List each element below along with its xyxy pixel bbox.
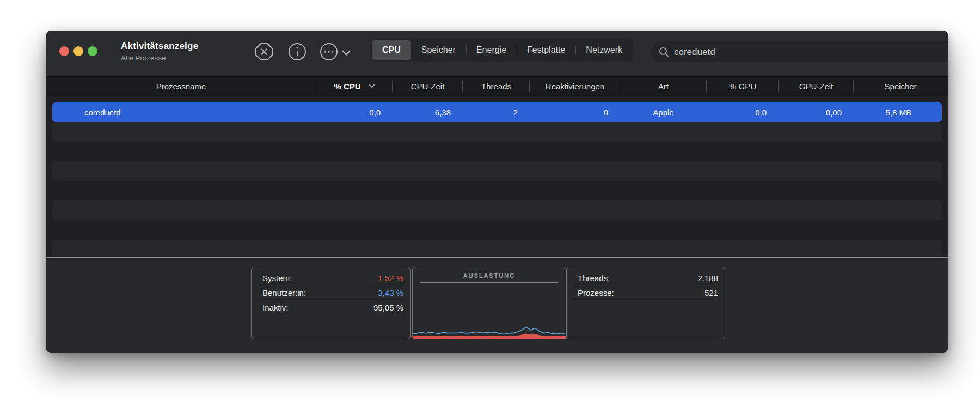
search-field bbox=[652, 42, 948, 62]
column-header-reaktivierungen[interactable]: Reaktivierungen bbox=[530, 77, 620, 95]
window-subtitle: Alle Prozesse bbox=[121, 54, 166, 62]
table-row-coreduetd[interactable]: coreduetd 0,0 6,38 2 0 Apple 0,0 0,00 5,… bbox=[52, 102, 942, 122]
cpu-usage-graph-box: AUSLASTUNG bbox=[412, 267, 566, 339]
empty-row-stripe bbox=[52, 200, 942, 220]
cell-cpu-zeit: 6,38 bbox=[393, 108, 463, 117]
column-header-cpu-zeit[interactable]: CPU-Zeit bbox=[393, 77, 463, 95]
idle-label: Inaktiv: bbox=[262, 303, 289, 312]
info-circle-icon bbox=[287, 42, 307, 62]
cell-gpu-zeit: 0,00 bbox=[779, 108, 854, 117]
empty-row-stripe bbox=[52, 122, 942, 142]
empty-row bbox=[52, 142, 942, 161]
column-header-art[interactable]: Art bbox=[620, 77, 707, 95]
user-label: Benutzer:in: bbox=[262, 288, 306, 297]
activity-monitor-window: Aktivitätsanzeige Alle Prozesse bbox=[46, 31, 948, 353]
cell-cpu: 0,0 bbox=[316, 108, 393, 117]
more-options-button[interactable] bbox=[319, 42, 339, 62]
threads-value: 2.188 bbox=[697, 273, 718, 283]
threads-label: Threads: bbox=[578, 273, 610, 283]
tab-speicher[interactable]: Speicher bbox=[411, 40, 466, 60]
column-header-speicher[interactable]: Speicher bbox=[854, 77, 947, 95]
minimize-window-button[interactable] bbox=[74, 46, 83, 56]
cell-reaktivierungen: 0 bbox=[530, 108, 620, 117]
processes-label: Prozesse: bbox=[578, 288, 614, 297]
quit-process-button[interactable] bbox=[254, 42, 274, 62]
column-header-threads[interactable]: Threads bbox=[463, 77, 530, 95]
tab-energie[interactable]: Energie bbox=[466, 40, 517, 60]
footer: System: 1,52 % Benutzer:in: 3,43 % Inakt… bbox=[46, 258, 948, 353]
cell-gpu: 0,0 bbox=[707, 108, 779, 117]
column-header-gpu[interactable]: % GPU bbox=[707, 77, 779, 95]
tab-festplatte[interactable]: Festplatte bbox=[517, 40, 575, 60]
search-icon bbox=[659, 47, 669, 57]
column-header-prozessname[interactable]: Prozessname bbox=[46, 77, 316, 95]
user-value: 3,43 % bbox=[378, 288, 403, 297]
search-input[interactable] bbox=[674, 47, 948, 58]
usage-chart-title-rule bbox=[420, 282, 558, 283]
empty-row-stripe bbox=[52, 240, 942, 257]
column-header-cpu[interactable]: % CPU bbox=[316, 77, 393, 95]
window-title: Aktivitätsanzeige bbox=[121, 41, 198, 52]
cpu-usage-chart bbox=[413, 317, 566, 339]
tab-cpu[interactable]: CPU bbox=[372, 40, 411, 60]
close-window-button[interactable] bbox=[59, 46, 69, 56]
sort-chevron-icon bbox=[369, 84, 375, 88]
chevron-down-icon[interactable] bbox=[342, 48, 351, 58]
table-header: Prozessname % CPU CPU-Zeit Threads Reakt… bbox=[46, 76, 948, 96]
column-header-gpu-zeit[interactable]: GPU-Zeit bbox=[779, 77, 854, 95]
idle-value: 95,05 % bbox=[373, 303, 403, 312]
empty-row bbox=[52, 181, 942, 200]
ellipsis-circle-icon bbox=[319, 42, 339, 62]
cell-prozessname: coreduetd bbox=[52, 108, 316, 117]
x-octagon-icon bbox=[254, 42, 274, 62]
titlebar: Aktivitätsanzeige Alle Prozesse bbox=[46, 31, 948, 76]
system-label: System: bbox=[262, 273, 292, 283]
cell-speicher: 5,8 MB bbox=[854, 108, 941, 117]
empty-row bbox=[52, 220, 942, 240]
process-stats-box: Threads: 2.188 Prozesse: 521 bbox=[566, 267, 725, 339]
inspect-process-button[interactable] bbox=[287, 42, 307, 62]
empty-row-stripe bbox=[52, 161, 942, 181]
zoom-window-button[interactable] bbox=[88, 46, 97, 56]
cell-art: Apple bbox=[620, 108, 707, 117]
view-segmented-control: CPU Speicher Energie Festplatte Netzwerk bbox=[371, 39, 634, 62]
tab-netzwerk[interactable]: Netzwerk bbox=[575, 40, 633, 60]
usage-chart-title: AUSLASTUNG bbox=[413, 272, 566, 279]
process-table: coreduetd 0,0 6,38 2 0 Apple 0,0 0,00 5,… bbox=[46, 96, 948, 257]
system-value: 1,52 % bbox=[378, 273, 403, 283]
cell-threads: 2 bbox=[463, 108, 530, 117]
column-header-cpu-label: % CPU bbox=[334, 82, 360, 91]
processes-value: 521 bbox=[705, 288, 718, 297]
cpu-load-box: System: 1,52 % Benutzer:in: 3,43 % Inakt… bbox=[251, 267, 411, 339]
